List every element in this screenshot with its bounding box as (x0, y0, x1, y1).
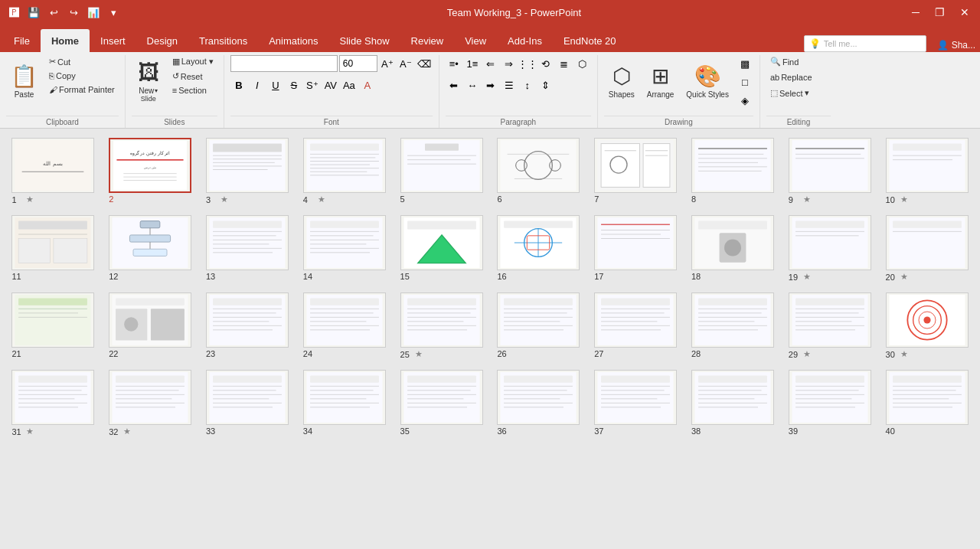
slide-thumb-8[interactable] (691, 138, 774, 193)
bullets-button[interactable]: ≡• (446, 55, 462, 72)
tell-me-box[interactable]: 💡 Tell me... (804, 35, 926, 52)
slide-item-16[interactable]: 16 (493, 215, 584, 282)
slide-thumb-12[interactable] (109, 215, 191, 270)
format-painter-button[interactable]: 🖌 Format Painter (45, 83, 119, 96)
find-button[interactable]: 🔍 Find (766, 55, 802, 68)
slide-thumb-3[interactable] (206, 138, 289, 193)
slide-item-24[interactable]: 24 (299, 292, 390, 359)
slide-thumb-40[interactable] (886, 370, 969, 425)
slide-thumb-30[interactable] (886, 292, 969, 348)
slide-thumb-22[interactable] (109, 292, 191, 348)
slide-item-7[interactable]: 7 (590, 138, 681, 204)
close-button[interactable]: ✕ (956, 5, 974, 20)
tab-animations[interactable]: Animations (258, 29, 328, 52)
slide-item-40[interactable]: 40 (881, 370, 972, 436)
quick-styles-button[interactable]: 🎨 Quick Styles (681, 55, 733, 107)
slide-thumb-35[interactable] (400, 370, 483, 425)
tab-addins[interactable]: Add-Ins (497, 29, 553, 52)
slide-item-28[interactable]: 28 (688, 292, 779, 359)
copy-button[interactable]: ⎘ Copy (45, 70, 119, 82)
undo-icon[interactable]: ↩ (46, 5, 61, 20)
slide-thumb-4[interactable] (303, 138, 386, 193)
slide-thumb-2[interactable]: اثر کار رفتن در گروهمتن درس (109, 138, 191, 193)
slide-thumb-1[interactable]: بسم الله (11, 138, 94, 193)
align-text-button[interactable]: ≣ (556, 55, 573, 72)
slide-thumb-34[interactable] (303, 370, 386, 425)
slide-item-20[interactable]: 20★ (881, 215, 972, 282)
slide-thumb-27[interactable] (594, 292, 677, 348)
slide-item-22[interactable]: 22 (105, 292, 196, 359)
replace-button[interactable]: ab Replace (766, 71, 816, 83)
slide-thumb-10[interactable] (886, 138, 969, 193)
align-left-button[interactable]: ⬅ (446, 77, 462, 93)
change-case-button[interactable]: Aa (341, 77, 358, 93)
new-slide-button[interactable]: 🖼 New▾ Slide (132, 55, 165, 107)
slide-thumb-26[interactable] (497, 292, 580, 348)
slide-item-19[interactable]: 19★ (784, 215, 875, 282)
justify-button[interactable]: ☰ (501, 77, 518, 93)
section-button[interactable]: ≡ Section (168, 84, 217, 96)
slide-thumb-14[interactable] (303, 215, 386, 270)
slide-thumb-36[interactable] (497, 370, 580, 425)
slide-item-2[interactable]: اثر کار رفتن در گروهمتن درس2 (105, 138, 196, 204)
restore-button[interactable]: ❐ (930, 5, 949, 20)
slide-item-31[interactable]: 31★ (8, 370, 99, 436)
slide-item-18[interactable]: 18 (688, 215, 779, 282)
slide-item-5[interactable]: 5 (396, 138, 487, 204)
slide-thumb-5[interactable] (400, 138, 483, 193)
slide-thumb-9[interactable] (789, 138, 871, 193)
slide-thumb-11[interactable] (11, 215, 94, 270)
slide-item-38[interactable]: 38 (688, 370, 779, 436)
minimize-button[interactable]: ─ (907, 5, 924, 20)
slide-thumb-7[interactable] (594, 138, 677, 193)
font-name-input[interactable] (230, 55, 338, 72)
slide-item-17[interactable]: 17 (590, 215, 681, 282)
slide-thumb-16[interactable] (497, 215, 580, 270)
slide-item-25[interactable]: 25★ (396, 292, 487, 359)
shrink-font-button[interactable]: A⁻ (397, 55, 414, 72)
slide-thumb-37[interactable] (594, 370, 677, 425)
shape-outline-button[interactable]: □ (737, 74, 753, 90)
center-button[interactable]: ↔ (464, 77, 481, 93)
select-button[interactable]: ⬚ Select ▾ (766, 87, 813, 100)
slide-thumb-17[interactable] (594, 215, 677, 270)
slide-thumb-31[interactable] (11, 370, 94, 425)
slide-item-39[interactable]: 39 (784, 370, 875, 436)
slide-item-32[interactable]: 32★ (105, 370, 196, 436)
shape-fill-button[interactable]: ▩ (737, 55, 753, 72)
slide-item-11[interactable]: 11 (8, 215, 99, 282)
char-spacing-button[interactable]: AV (322, 77, 339, 93)
slide-item-26[interactable]: 26 (493, 292, 584, 359)
numbering-button[interactable]: 1≡ (464, 55, 481, 72)
tab-slideshow[interactable]: Slide Show (328, 29, 400, 52)
slide-item-4[interactable]: 4★ (299, 138, 390, 204)
slide-thumb-32[interactable] (109, 370, 191, 425)
shadow-button[interactable]: S⁺ (304, 77, 321, 93)
new-slide-dropdown-icon[interactable]: ▾ (155, 87, 158, 94)
text-direction-button[interactable]: ⟲ (537, 55, 554, 72)
align-right-button[interactable]: ➡ (482, 77, 499, 93)
para-spacing-button[interactable]: ⇕ (537, 77, 554, 93)
quick-access-dropdown-icon[interactable]: ▾ (106, 5, 121, 20)
tab-view[interactable]: View (454, 29, 497, 52)
slide-item-8[interactable]: 8 (688, 138, 779, 204)
cut-button[interactable]: ✂ Cut (45, 55, 119, 68)
shapes-button[interactable]: ⬡ Shapes (604, 55, 639, 107)
tab-endnote[interactable]: EndNote 20 (553, 29, 627, 52)
tab-transitions[interactable]: Transitions (188, 29, 258, 52)
font-size-input[interactable] (339, 55, 377, 72)
slide-thumb-6[interactable] (497, 138, 580, 193)
paste-button[interactable]: 📋 Paste (6, 55, 42, 107)
slide-item-13[interactable]: 13 (202, 215, 293, 282)
slide-thumb-38[interactable] (691, 370, 774, 425)
slide-item-9[interactable]: 9★ (784, 138, 875, 204)
clear-format-button[interactable]: ⌫ (416, 55, 433, 72)
slide-item-1[interactable]: بسم الله1★ (8, 138, 99, 204)
strikethrough-button[interactable]: S (286, 77, 302, 93)
slide-item-23[interactable]: 23 (202, 292, 293, 359)
grow-font-button[interactable]: A⁺ (379, 55, 396, 72)
italic-button[interactable]: I (249, 77, 266, 93)
increase-indent-button[interactable]: ⇒ (501, 55, 518, 72)
slide-thumb-15[interactable] (400, 215, 483, 270)
bold-button[interactable]: B (230, 77, 247, 93)
